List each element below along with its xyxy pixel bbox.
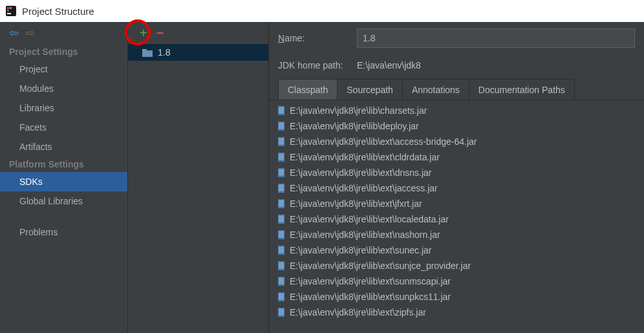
svg-rect-50 — [279, 219, 284, 219]
svg-rect-13 — [279, 124, 284, 125]
sidebar-nav: ⇦ ⇨ Project Settings Project Modules Lib… — [0, 22, 128, 333]
classpath-item-path: E:\java\env\jdk8\jre\lib\ext\nashorn.jar — [290, 230, 440, 240]
svg-rect-3 — [10, 7, 12, 9]
tab-sourcepath[interactable]: Sourcepath — [338, 80, 403, 100]
svg-rect-57 — [279, 235, 284, 236]
svg-rect-51 — [279, 220, 284, 220]
window-title: Project Structure — [22, 6, 94, 17]
jar-archive-icon — [278, 246, 284, 255]
sidebar-item-artifacts[interactable]: Artifacts — [0, 137, 127, 156]
svg-rect-72 — [279, 278, 284, 279]
classpath-item[interactable]: E:\java\env\jdk8\jre\lib\ext\localedata.… — [269, 211, 644, 227]
home-path-value: E:\java\env\jdk8 — [357, 60, 421, 70]
classpath-item-path: E:\java\env\jdk8\jre\lib\ext\cldrdata.ja… — [290, 152, 440, 162]
svg-rect-38 — [279, 188, 284, 188]
jar-archive-icon — [278, 230, 284, 239]
svg-rect-32 — [279, 172, 284, 173]
svg-rect-87 — [279, 313, 284, 314]
classpath-item-path: E:\java\env\jdk8\jre\lib\ext\zipfs.jar — [290, 307, 426, 317]
svg-rect-22 — [279, 144, 284, 144]
folder-icon — [142, 48, 153, 57]
classpath-item-path: E:\java\env\jdk8\jre\lib\ext\dnsns.jar — [290, 167, 431, 178]
svg-rect-73 — [279, 279, 284, 280]
sdk-list-item[interactable]: 1.8 — [128, 44, 268, 61]
classpath-item[interactable]: E:\java\env\jdk8\jre\lib\ext\sunmscapi.j… — [269, 274, 644, 289]
home-path-label: JDK home path: — [278, 60, 349, 70]
sidebar-item-facets[interactable]: Facets — [0, 118, 127, 137]
classpath-item-path: E:\java\env\jdk8\jre\lib\ext\sunec.jar — [290, 245, 431, 255]
svg-rect-18 — [279, 138, 284, 139]
svg-rect-74 — [279, 281, 284, 281]
platform-settings-header: Platform Settings — [0, 156, 127, 172]
svg-rect-75 — [279, 282, 284, 283]
classpath-item[interactable]: E:\java\env\jdk8\jre\lib\ext\access-brid… — [269, 134, 644, 149]
svg-rect-58 — [279, 237, 284, 237]
classpath-item[interactable]: E:\java\env\jdk8\jre\lib\ext\nashorn.jar — [269, 227, 644, 242]
classpath-item-path: E:\java\env\jdk8\jre\lib\deploy.jar — [290, 121, 419, 131]
svg-rect-54 — [279, 231, 284, 232]
svg-rect-67 — [279, 264, 284, 264]
remove-sdk-icon[interactable]: − — [156, 27, 164, 39]
nav-forward-icon: ⇨ — [25, 27, 35, 39]
svg-rect-43 — [279, 202, 284, 202]
svg-rect-36 — [279, 185, 284, 186]
jar-archive-icon — [278, 292, 284, 301]
svg-rect-7 — [279, 109, 284, 109]
classpath-item[interactable]: E:\java\env\jdk8\jre\lib\ext\sunec.jar — [269, 242, 644, 258]
svg-rect-63 — [279, 251, 284, 252]
svg-rect-84 — [279, 309, 284, 310]
svg-rect-55 — [279, 233, 284, 233]
svg-rect-40 — [279, 190, 284, 191]
svg-rect-42 — [279, 200, 284, 201]
classpath-item-path: E:\java\env\jdk8\jre\lib\ext\access-brid… — [290, 136, 477, 147]
sdk-tabs: Classpath Sourcepath Annotations Documen… — [278, 79, 575, 100]
tab-classpath[interactable]: Classpath — [279, 80, 338, 100]
svg-rect-10 — [279, 113, 284, 113]
sidebar-item-libraries[interactable]: Libraries — [0, 98, 127, 118]
sdk-item-label: 1.8 — [158, 47, 170, 58]
classpath-item[interactable]: E:\java\env\jdk8\jre\lib\ext\dnsns.jar — [269, 165, 644, 180]
svg-rect-4 — [7, 10, 9, 12]
svg-rect-60 — [279, 247, 284, 248]
sidebar-item-sdks[interactable]: SDKs — [0, 172, 127, 191]
jar-archive-icon — [278, 199, 284, 208]
add-sdk-icon[interactable]: + — [140, 27, 147, 39]
tab-documentation-paths[interactable]: Documentation Paths — [469, 80, 574, 100]
svg-rect-14 — [279, 125, 284, 126]
classpath-item[interactable]: E:\java\env\jdk8\jre\lib\deploy.jar — [269, 118, 644, 134]
svg-rect-19 — [279, 140, 284, 140]
classpath-list[interactable]: E:\java\env\jdk8\jre\lib\charsets.jarE:\… — [269, 100, 644, 333]
svg-rect-70 — [279, 268, 284, 268]
svg-rect-39 — [279, 189, 284, 189]
classpath-item[interactable]: E:\java\env\jdk8\jre\lib\ext\jfxrt.jar — [269, 196, 644, 211]
tab-annotations[interactable]: Annotations — [403, 80, 469, 100]
classpath-item[interactable]: E:\java\env\jdk8\jre\lib\ext\jaccess.jar — [269, 180, 644, 196]
svg-rect-21 — [279, 142, 284, 143]
classpath-item[interactable]: E:\java\env\jdk8\jre\lib\ext\zipfs.jar — [269, 305, 644, 320]
classpath-item[interactable]: E:\java\env\jdk8\jre\lib\charsets.jar — [269, 103, 644, 118]
classpath-item[interactable]: E:\java\env\jdk8\jre\lib\ext\cldrdata.ja… — [269, 149, 644, 165]
nav-back-icon[interactable]: ⇦ — [9, 27, 19, 39]
classpath-item[interactable]: E:\java\env\jdk8\jre\lib\ext\sunpkcs11.j… — [269, 289, 644, 305]
sidebar-item-project[interactable]: Project — [0, 59, 127, 79]
sidebar-item-modules[interactable]: Modules — [0, 79, 127, 98]
svg-rect-66 — [279, 263, 284, 263]
sdk-details-panel: Name: JDK home path: E:\java\env\jdk8 Cl… — [269, 22, 644, 333]
svg-rect-33 — [279, 173, 284, 174]
jar-archive-icon — [278, 168, 284, 177]
svg-rect-28 — [279, 159, 284, 160]
svg-rect-25 — [279, 155, 284, 156]
jar-archive-icon — [278, 261, 284, 270]
svg-rect-15 — [279, 127, 284, 127]
sidebar-item-global-libraries[interactable]: Global Libraries — [0, 191, 127, 211]
svg-rect-78 — [279, 294, 284, 294]
intellij-icon — [5, 5, 17, 17]
svg-rect-64 — [279, 252, 284, 253]
classpath-item[interactable]: E:\java\env\jdk8\jre\lib\ext\sunjce_prov… — [269, 258, 644, 274]
sidebar-item-problems[interactable]: Problems — [0, 222, 127, 242]
classpath-item-path: E:\java\env\jdk8\jre\lib\ext\localedata.… — [290, 214, 449, 224]
classpath-item-path: E:\java\env\jdk8\jre\lib\ext\sunjce_prov… — [290, 261, 471, 271]
svg-rect-24 — [279, 154, 284, 155]
sdk-name-input[interactable] — [357, 28, 635, 48]
jar-archive-icon — [278, 122, 284, 131]
